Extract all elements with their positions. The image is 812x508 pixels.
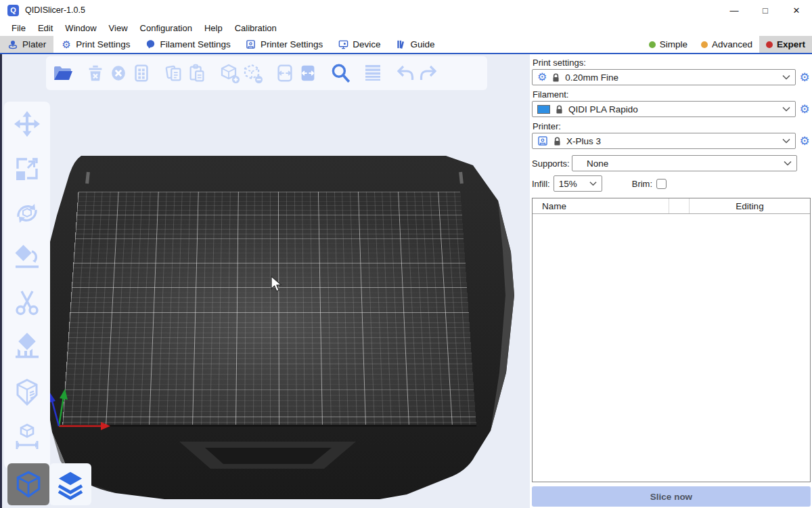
tab-label: Plater — [22, 39, 46, 49]
printer-label: Printer: — [533, 121, 811, 131]
cut-icon[interactable] — [12, 287, 43, 318]
layers-icon — [53, 467, 87, 501]
printer-combo[interactable]: X-Plus 3 — [532, 133, 796, 149]
chevron-down-icon — [589, 181, 597, 186]
tab-guide[interactable]: Guide — [388, 36, 442, 53]
redo-icon[interactable] — [417, 62, 440, 85]
open-file-icon[interactable] — [51, 62, 74, 85]
seam-painting-icon[interactable] — [12, 377, 43, 408]
mode-advanced[interactable]: Advanced — [694, 36, 759, 53]
menu-file[interactable]: File — [5, 22, 32, 35]
mode-simple[interactable]: Simple — [642, 36, 694, 53]
search-icon[interactable] — [329, 62, 352, 85]
measure-icon[interactable] — [12, 421, 43, 452]
delete-icon[interactable] — [84, 62, 107, 85]
advanced-dot-icon — [701, 41, 708, 48]
split-to-objects-icon[interactable] — [273, 62, 296, 85]
mode-expert[interactable]: Expert — [759, 36, 812, 53]
filament-icon — [145, 39, 156, 50]
column-extruder — [669, 198, 690, 213]
tab-filament-settings[interactable]: Filament Settings — [138, 36, 238, 53]
split-to-parts-icon[interactable] — [296, 62, 319, 85]
preview-button[interactable] — [49, 463, 91, 505]
3d-editor-view-button[interactable] — [7, 463, 49, 505]
simple-dot-icon — [649, 41, 656, 48]
settings-panel: Print settings: ⚙ 0.20mm Fine ⚙ Filament… — [530, 54, 812, 508]
paint-on-supports-icon[interactable] — [12, 332, 43, 363]
print-settings-label: Print settings: — [533, 58, 811, 68]
app-window: Q QIDISlicer-1.0.5 — □ ✕ File Edit Windo… — [0, 0, 812, 508]
filament-combo[interactable]: QIDI PLA Rapido — [532, 101, 796, 117]
menu-view[interactable]: View — [103, 22, 134, 35]
column-name: Name — [533, 198, 669, 213]
print-settings-combo[interactable]: ⚙ 0.20mm Fine — [532, 69, 796, 85]
filament-label: Filament: — [533, 89, 811, 100]
tab-printer-settings[interactable]: Printer Settings — [238, 36, 330, 53]
minimize-button[interactable]: — — [719, 0, 750, 20]
object-list-header: Name Editing — [533, 198, 810, 214]
tab-device[interactable]: Device — [330, 36, 388, 53]
filament-gear-button[interactable]: ⚙ — [798, 102, 811, 117]
chevron-down-icon — [782, 106, 790, 112]
object-list[interactable]: Name Editing — [532, 198, 811, 482]
gear-icon: ⚙ — [537, 72, 547, 83]
tab-label: Printer Settings — [261, 39, 323, 49]
infill-label: Infill: — [532, 179, 550, 189]
move-icon[interactable] — [12, 108, 43, 140]
chevron-down-icon — [784, 161, 792, 166]
slice-now-button[interactable]: Slice now — [532, 486, 811, 507]
remove-instance-icon[interactable] — [241, 62, 264, 85]
brim-checkbox[interactable] — [656, 179, 667, 189]
undo-icon[interactable] — [394, 62, 417, 85]
infill-value: 15% — [559, 179, 585, 189]
brim-label: Brim: — [632, 179, 652, 189]
printer-value: X-Plus 3 — [566, 136, 777, 146]
scale-icon[interactable] — [12, 153, 43, 184]
column-editing: Editing — [690, 198, 810, 213]
arrange-icon[interactable] — [130, 62, 153, 85]
supports-label: Supports: — [532, 158, 572, 169]
expert-dot-icon — [766, 41, 773, 48]
copy-icon[interactable] — [162, 62, 185, 85]
supports-value: None — [577, 158, 779, 169]
delete-all-icon[interactable] — [107, 62, 130, 85]
gizmo-toolbar — [4, 102, 50, 469]
printer-gear-button[interactable]: ⚙ — [798, 133, 811, 148]
supports-combo[interactable]: None — [572, 155, 797, 171]
chevron-down-icon — [782, 75, 790, 80]
main-tab-bar: Plater ⚙ Print Settings Filament Setting… — [0, 36, 812, 54]
close-button[interactable]: ✕ — [781, 0, 812, 20]
view-mode-toggles — [7, 463, 91, 505]
cube-icon — [13, 469, 44, 500]
menu-configuration[interactable]: Configuration — [134, 22, 198, 35]
mode-selector: Simple Advanced Expert — [642, 36, 812, 53]
place-on-face-icon[interactable] — [12, 242, 43, 274]
tab-label: Device — [353, 39, 380, 49]
printer-icon — [537, 135, 548, 146]
3d-viewport[interactable] — [0, 54, 530, 508]
menu-help[interactable]: Help — [198, 22, 229, 35]
menu-edit[interactable]: Edit — [32, 22, 59, 35]
maximize-button[interactable]: □ — [750, 0, 781, 20]
printer-icon — [246, 39, 256, 50]
tab-print-settings[interactable]: ⚙ Print Settings — [53, 36, 137, 53]
tab-plater[interactable]: Plater — [0, 36, 53, 53]
variable-layer-height-icon[interactable] — [361, 62, 384, 85]
print-settings-value: 0.20mm Fine — [565, 72, 777, 83]
origin-axes-gizmo — [2, 54, 530, 508]
lock-icon — [555, 104, 564, 114]
print-settings-gear-button[interactable]: ⚙ — [798, 70, 811, 85]
plater-toolbar — [46, 56, 487, 90]
menu-calibration[interactable]: Calibration — [229, 22, 283, 35]
mouse-cursor — [270, 276, 284, 293]
infill-combo[interactable]: 15% — [554, 175, 602, 192]
tab-label: Print Settings — [76, 39, 130, 49]
device-monitor-icon — [338, 39, 348, 50]
guide-books-icon — [395, 39, 406, 50]
rotate-icon[interactable] — [12, 198, 43, 229]
add-instance-icon[interactable] — [218, 62, 241, 85]
paste-icon[interactable] — [185, 62, 208, 85]
filament-value: QIDI PLA Rapido — [568, 104, 777, 114]
object-list-body[interactable] — [533, 214, 810, 482]
menu-window[interactable]: Window — [59, 22, 102, 35]
